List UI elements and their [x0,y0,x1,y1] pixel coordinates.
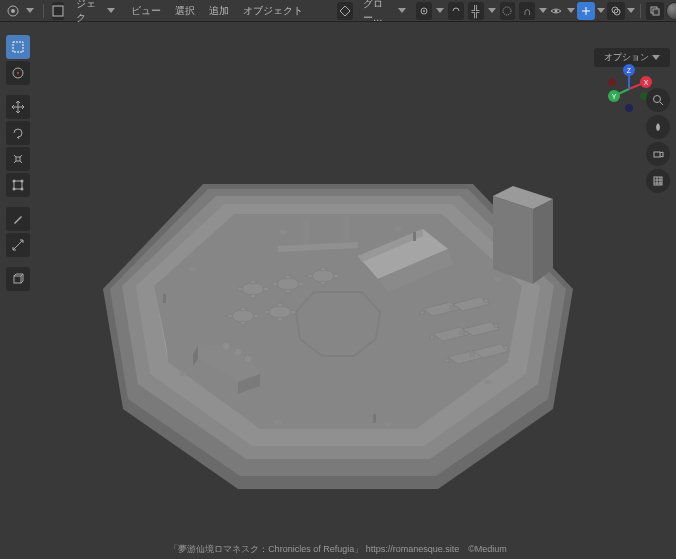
svg-point-64 [240,307,246,311]
svg-point-110 [654,96,661,103]
chevron-down-icon [567,8,575,13]
svg-point-48 [263,287,269,291]
shading-wireframe[interactable] [667,3,676,19]
svg-point-4 [423,10,425,12]
svg-rect-90 [163,294,166,303]
svg-point-61 [232,310,254,322]
svg-text:X: X [644,79,649,86]
header-right [547,2,676,20]
svg-point-97 [384,422,392,426]
svg-point-49 [250,280,256,284]
visibility-icon[interactable] [547,2,565,20]
svg-line-111 [660,102,663,105]
svg-point-94 [394,227,402,231]
svg-text:Z: Z [627,67,632,74]
viewport-3d[interactable]: オプション X Y Z [0,22,676,559]
editor-type-icon[interactable] [6,3,20,19]
scene-render [58,59,618,523]
svg-rect-100 [13,42,23,52]
shading-modes [666,2,676,20]
tool-rotate[interactable] [6,121,30,145]
svg-point-44 [235,349,241,355]
pivot-icon[interactable] [416,2,432,20]
svg-point-99 [179,372,187,376]
svg-point-93 [279,230,287,234]
svg-point-62 [227,314,233,318]
svg-point-102 [17,72,19,74]
tool-move[interactable] [6,95,30,119]
tool-scale[interactable] [6,147,30,171]
svg-point-68 [290,310,296,314]
svg-rect-87 [470,353,474,356]
svg-point-57 [307,274,313,278]
svg-rect-103 [16,157,20,161]
perspective-button[interactable] [646,169,670,193]
camera-view-button[interactable] [646,142,670,166]
orientation-icon[interactable] [337,2,353,20]
svg-point-105 [13,180,16,183]
svg-point-22 [625,104,633,112]
gizmo-toggle-icon[interactable] [577,2,595,20]
chevron-down-icon [488,8,496,13]
svg-point-56 [312,270,334,282]
svg-point-92 [189,267,197,271]
svg-point-70 [277,317,283,321]
svg-rect-76 [484,299,488,302]
svg-rect-113 [654,177,662,185]
svg-rect-89 [413,232,416,241]
svg-point-5 [503,7,511,15]
move-view-button[interactable] [646,115,670,139]
proportional-type-icon[interactable]: ∩ [519,2,535,20]
svg-point-47 [237,287,243,291]
svg-rect-81 [460,331,464,334]
tool-measure[interactable] [6,233,30,257]
chevron-down-icon [627,8,635,13]
svg-point-54 [285,275,291,279]
menu-object[interactable]: オブジェクト [239,2,307,20]
svg-point-51 [277,278,299,290]
svg-point-50 [250,294,256,298]
tool-transform[interactable] [6,173,30,197]
svg-marker-31 [533,199,553,284]
svg-point-65 [240,321,246,325]
svg-rect-109 [14,276,21,283]
svg-point-63 [253,314,259,318]
svg-point-69 [277,303,283,307]
tool-add-cube[interactable] [6,267,30,291]
svg-point-52 [272,282,278,286]
svg-point-106 [21,180,24,183]
menu-select[interactable]: 選択 [171,2,199,20]
tool-select-box[interactable] [6,35,30,59]
svg-rect-82 [494,324,498,327]
header: オブジェクト… ビュー 選択 追加 オブジェクト グロー… ╬ ∩ [0,0,676,22]
menu-add[interactable]: 追加 [205,2,233,20]
chevron-down-icon [398,8,406,13]
svg-point-96 [484,380,492,384]
svg-point-66 [269,306,291,318]
svg-point-43 [245,356,251,362]
svg-rect-112 [654,152,660,157]
svg-point-55 [285,289,291,293]
tool-annotate[interactable] [6,207,30,231]
xray-icon[interactable] [646,2,664,20]
svg-point-108 [21,188,24,191]
svg-point-60 [320,281,326,285]
svg-rect-10 [653,9,659,15]
menu-view[interactable]: ビュー [127,2,165,20]
svg-rect-2 [53,6,63,16]
separator [640,4,641,18]
orientation-label: グロー… [363,0,397,25]
overlay-icon[interactable] [607,2,625,20]
chevron-down-icon [539,8,547,13]
tool-cursor[interactable] [6,61,30,85]
snap-icon[interactable] [448,2,464,20]
svg-point-59 [320,267,326,271]
svg-rect-75 [450,306,454,309]
svg-point-95 [494,277,502,281]
snap-type-icon[interactable]: ╬ [468,2,484,20]
zoom-button[interactable] [646,88,670,112]
svg-point-1 [11,9,15,13]
svg-rect-78 [430,336,434,339]
proportional-icon[interactable] [500,2,516,20]
mode-icon[interactable] [52,2,64,20]
